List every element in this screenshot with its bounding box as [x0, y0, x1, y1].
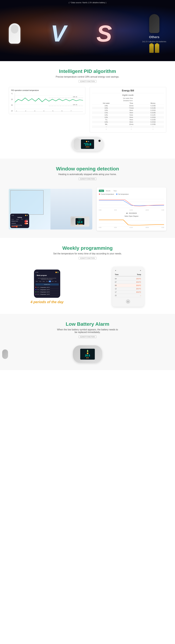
table-cell: 98L: [92, 123, 121, 126]
temp-5: 20.8°C: [136, 291, 141, 293]
slider-area: [11, 226, 28, 227]
chart-inner: 26.5 24.5 1 2 3 4 5 6 7: [15, 93, 83, 112]
battery-flame-icons: 🔥🔥: [86, 357, 89, 358]
table-cell: 10min: [121, 123, 142, 126]
table-cell: 103L: [92, 107, 121, 109]
time-temp-row-6: 22 --: [115, 294, 141, 297]
temp-4: | Temperature: 15.0°C: [40, 294, 50, 295]
table-row: 115L9min0.222$: [92, 112, 164, 114]
time-labels: 0:00 6:00 12:00 18:00 0:00: [99, 209, 164, 211]
table-cell: 125L: [92, 114, 121, 116]
table-row: 71L9min0.222$: [92, 118, 164, 121]
pid-title: Intelligent PID algorithm: [9, 68, 166, 74]
col-money: Money: [142, 102, 164, 104]
svg-text:24.5: 24.5: [73, 104, 77, 105]
slider-thumb[interactable]: [16, 226, 18, 227]
weekly-badge: EZAIOT FUNCTION: [79, 257, 96, 260]
energy-bill-month: Eighth month: [92, 94, 164, 96]
svg-text:7: 7: [70, 110, 72, 112]
time-6: 22: [115, 294, 117, 296]
day-sun[interactable]: Sun: [54, 280, 57, 282]
back-arrow-icon[interactable]: ‹: [36, 274, 36, 276]
legend-current: Current temperature: [99, 194, 114, 195]
day-thu[interactable]: Thu: [46, 280, 48, 282]
energy-bill-box: Energy Bill Eighth month hot water flow …: [90, 87, 166, 132]
table-cell: 7.5min: [121, 107, 142, 109]
table-row: ------: [92, 128, 164, 130]
table-cell: --: [142, 126, 164, 128]
day-wed[interactable]: Wed: [42, 280, 45, 282]
battery-screen: 🔋 📶 20.5 🔥🔥: [80, 349, 95, 360]
table-cell: 0.241$: [142, 121, 164, 123]
chart-phone: Day Month Year Current temperature Set t…: [97, 188, 166, 231]
schedule-item-4: 23:00 | Temperature: 15.0°C: [36, 293, 59, 296]
table-cell: --: [92, 126, 121, 128]
display-set: Set to: [79, 220, 81, 221]
table-row: 120L8min0.241$: [92, 116, 164, 118]
vs-right-side: Others 2x1.5 V alkaline AA batteries: [142, 14, 166, 53]
battery-section: Low Battery Alarm When the low battery s…: [0, 314, 175, 370]
white-device: [9, 23, 21, 44]
day-mon[interactable]: Mon: [36, 280, 38, 282]
table-cell: 8min: [121, 121, 142, 123]
battery-badge: EZAIOT FUNCTION: [79, 336, 96, 338]
schedule-item-3: 18:00 | Temperature: 22.0°C: [36, 291, 59, 293]
data-source-label: ( * Data source: Nanfu 1.5V alkaline bat…: [69, 2, 106, 4]
battery-title: Low Battery Alarm: [9, 321, 166, 327]
day-tues[interactable]: Tues: [39, 280, 42, 282]
tab-day[interactable]: Day: [99, 190, 104, 192]
temp-1: | Temperature: 20.0°C: [40, 287, 50, 288]
tab-year[interactable]: Year: [112, 190, 118, 192]
weekly-section: Weekly programming Set the temperature f…: [0, 238, 175, 314]
device-screen: 📶❄️ °23.8 🔥🔥🔥: [81, 140, 94, 149]
temp-3: | Temperature: 22.0°C: [40, 292, 50, 292]
temp-3: 20.8°C: [136, 284, 141, 286]
svg-text:3: 3: [34, 110, 35, 112]
battery-content: 🔋 📶 20.5 🔥🔥: [9, 345, 166, 363]
table-cell: --: [121, 128, 142, 130]
day-fri[interactable]: Fri: [49, 280, 51, 282]
legend-set: Set temperature: [116, 194, 129, 195]
display-time: 23:35: [78, 218, 82, 220]
window-check-toggle[interactable]: [25, 220, 28, 222]
table-row: 103L7.5min0.212$: [92, 107, 164, 109]
child-lock-row: Child lock: [11, 222, 28, 224]
table-cell: 0.233$: [142, 123, 164, 126]
time-4: 12: [115, 288, 117, 290]
window-subtitle: Heating is automatically stopped while a…: [9, 173, 166, 176]
time-1: 04: [115, 278, 117, 280]
child-lock-toggle[interactable]: [25, 222, 28, 224]
app-description: Set an add/edit list here. You can set t…: [36, 278, 59, 280]
window-right: Day Month Year Current temperature Set t…: [97, 188, 166, 231]
weekly-subtitle: Set the temperature for every time of da…: [9, 252, 166, 255]
y-label-c: °C: [11, 93, 13, 94]
energy-table: Hot water Time Money 108L10min0.233$103L…: [92, 102, 164, 130]
temp-svg: [99, 196, 164, 208]
weekly-title: Weekly programming: [9, 245, 166, 251]
time-1: 06:00: [37, 287, 39, 288]
table-cell: 9min: [121, 118, 142, 121]
temp-2: | Temperature: 22.0°C: [40, 289, 50, 290]
battery-temp-display: 20.5: [85, 354, 90, 357]
energy-bill-detail: Detailed form: [92, 100, 164, 102]
display-temp: 12.0: [77, 221, 82, 224]
dot-3: [36, 292, 36, 292]
day-sat[interactable]: Sat: [52, 280, 54, 282]
table-row: 98L10min0.233$: [92, 123, 164, 126]
prev-arrow[interactable]: ◀: [126, 212, 127, 214]
pid-chart-title: PID operation constant temperature: [11, 89, 83, 92]
window-section: Window opening detection Heating is auto…: [0, 159, 175, 238]
time-5: 17: [115, 291, 117, 293]
phone-home-btn[interactable]: ○: [126, 299, 130, 304]
batteries-row: [149, 44, 159, 53]
time-temp-row-4: 12 20.5°C: [115, 287, 141, 290]
tab-month[interactable]: Month: [105, 190, 112, 192]
temp-graph-area: [99, 196, 164, 208]
phone-title: Setting: [11, 217, 28, 218]
time-temp-row-3: 08 20.8°C: [115, 284, 141, 287]
app-phone: 12:08 📶 🔋 ‹ Week program Set an add/edit…: [34, 270, 60, 298]
valve-title: Valve Open Degree: [99, 215, 164, 217]
battery-wifi-icon: 📶: [87, 353, 88, 354]
pid-device-image: 📶❄️ °23.8 🔥🔥🔥: [9, 137, 166, 151]
table-cell: 71L: [92, 118, 121, 121]
